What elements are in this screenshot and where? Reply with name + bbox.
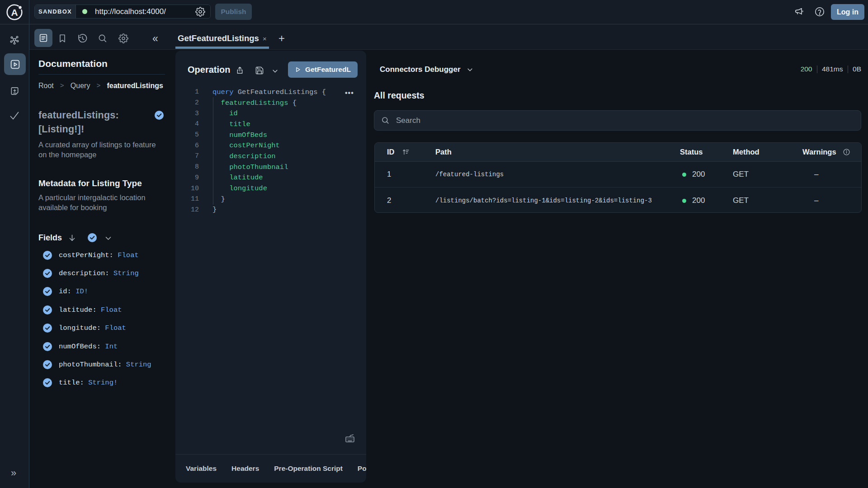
- svg-text:A: A: [11, 7, 18, 18]
